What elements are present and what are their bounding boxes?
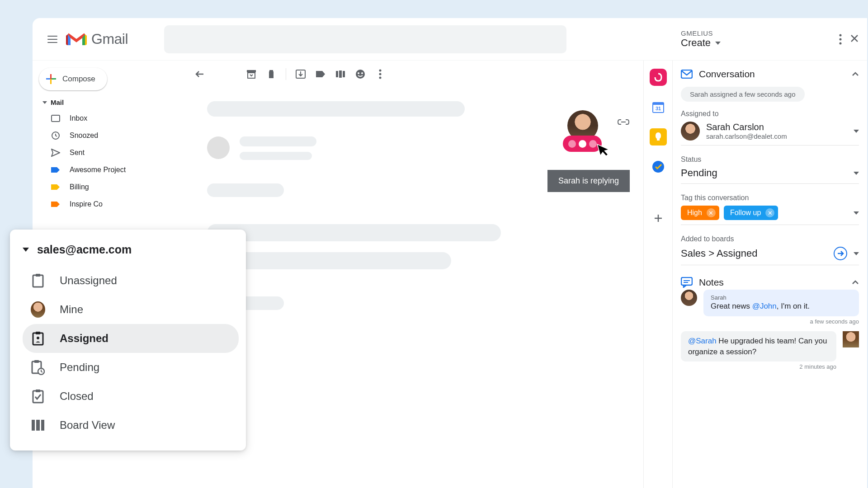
nav-inbox[interactable]: Inbox: [37, 110, 177, 127]
svg-rect-26: [36, 332, 40, 334]
svg-rect-5: [336, 71, 338, 77]
nav-snoozed[interactable]: Snoozed: [37, 127, 177, 144]
archive-button[interactable]: [242, 65, 260, 83]
svg-rect-6: [339, 70, 342, 78]
chevron-down-icon: [23, 248, 29, 252]
nav-sent[interactable]: Sent: [37, 144, 177, 161]
search-input[interactable]: [164, 25, 566, 53]
shared-inbox-assigned[interactable]: Assigned: [23, 324, 239, 353]
svg-point-10: [361, 72, 363, 74]
svg-rect-0: [52, 115, 60, 122]
compose-button[interactable]: Compose: [39, 68, 107, 90]
shared-inbox-unassigned[interactable]: Unassigned: [23, 266, 239, 295]
mark-unread-button[interactable]: [292, 65, 310, 83]
svg-rect-22: [681, 277, 692, 285]
compose-label: Compose: [62, 75, 95, 84]
svg-point-20: [840, 42, 842, 44]
svg-rect-29: [34, 360, 39, 363]
typing-tooltip: Sarah is replying: [547, 170, 630, 192]
remove-tag-icon[interactable]: ✕: [765, 208, 774, 217]
hamburger-menu[interactable]: [42, 28, 63, 50]
clock-icon: [51, 131, 61, 141]
tasks-app-icon[interactable]: [650, 158, 667, 175]
tag-followup[interactable]: Follow up✕: [724, 206, 778, 220]
gmelius-header: GMELIUS Create: [673, 18, 867, 61]
link-icon[interactable]: [616, 115, 631, 129]
svg-point-12: [379, 73, 382, 75]
note-avatar: [681, 290, 697, 306]
svg-rect-32: [36, 389, 40, 392]
more-options-button[interactable]: [839, 34, 842, 45]
labels-button[interactable]: [351, 65, 369, 83]
tags-field[interactable]: High✕ Follow up✕: [681, 206, 859, 225]
chat-icon: [681, 277, 693, 288]
label-icon: [51, 199, 61, 209]
nav-awesome-project[interactable]: Awesome Project: [37, 161, 177, 178]
chevron-down-icon: [715, 42, 721, 45]
right-rail: 31: [644, 61, 673, 488]
note-avatar: [843, 331, 859, 347]
main-content: Sarah is replying: [182, 61, 644, 488]
chevron-down-icon: [854, 172, 859, 175]
shared-inbox-mine[interactable]: Mine: [23, 295, 239, 324]
nav-inspire-co[interactable]: Inspire Co: [37, 196, 177, 213]
assignee-avatar: [681, 122, 700, 141]
svg-rect-33: [32, 420, 35, 431]
nav-billing[interactable]: Billing: [37, 178, 177, 196]
svg-rect-7: [343, 71, 345, 77]
svg-point-18: [840, 34, 842, 36]
send-icon: [51, 148, 61, 158]
shared-inbox-pending[interactable]: Pending: [23, 353, 239, 382]
tags-label: Tag this conversation: [681, 194, 859, 202]
keep-app-icon[interactable]: [650, 128, 667, 145]
remove-tag-icon[interactable]: ✕: [707, 208, 716, 217]
gmail-logo[interactable]: Gmail: [66, 31, 128, 47]
chevron-down-icon: [854, 211, 859, 215]
mention-sarah[interactable]: @Sarah: [688, 337, 717, 345]
close-panel-button[interactable]: [850, 34, 859, 45]
gmelius-panel: GMELIUS Create Conversation Sarah assign…: [673, 61, 867, 488]
gmelius-brand: GMELIUS: [681, 29, 839, 37]
svg-rect-35: [41, 420, 44, 431]
shared-inbox-board-view[interactable]: Board View: [23, 411, 239, 440]
note-item: Sarah Great news @John, I'm on it. a few…: [681, 290, 859, 325]
shared-inbox-closed[interactable]: Closed: [23, 382, 239, 411]
collapse-icon[interactable]: [852, 280, 859, 285]
assigned-to-label: Assigned to: [681, 110, 859, 118]
svg-rect-2: [247, 70, 256, 72]
status-dropdown[interactable]: Pending: [681, 167, 859, 184]
board-icon: [31, 418, 45, 432]
tag-high[interactable]: High✕: [681, 206, 719, 220]
assignee-dropdown[interactable]: Sarah Carslon sarah.carlson@dealet.com: [681, 122, 859, 145]
collapse-icon[interactable]: [852, 72, 859, 76]
gmelius-create-dropdown[interactable]: Create: [681, 37, 839, 49]
svg-rect-24: [36, 274, 40, 277]
delete-button[interactable]: [262, 65, 280, 83]
note-item: @Sarah He upgraded his team! Can you org…: [681, 331, 859, 371]
subject-placeholder: [207, 101, 465, 117]
gmail-icon: [66, 32, 87, 47]
shared-inbox-header[interactable]: sales@acme.com: [23, 243, 239, 256]
calendar-app-icon[interactable]: 31: [650, 99, 667, 116]
sender-avatar: [207, 136, 230, 159]
notes-section-header[interactable]: Notes: [681, 275, 859, 290]
gmelius-app-icon[interactable]: [650, 69, 667, 86]
move-button[interactable]: [331, 65, 349, 83]
back-button[interactable]: [191, 65, 209, 83]
go-to-board-icon[interactable]: [834, 247, 847, 260]
svg-point-9: [358, 72, 359, 74]
clipboard-icon: [31, 273, 45, 288]
app-name: Gmail: [91, 31, 128, 47]
snooze-button[interactable]: [311, 65, 330, 83]
mention-john[interactable]: @John: [752, 302, 777, 310]
boards-dropdown[interactable]: Sales > Assigned: [681, 247, 859, 265]
more-button[interactable]: [371, 65, 389, 83]
chevron-down-icon: [854, 252, 859, 255]
clipboard-person-icon: [31, 331, 45, 346]
nav-section-mail[interactable]: Mail: [37, 90, 177, 110]
conversation-section-header[interactable]: Conversation: [681, 67, 859, 81]
svg-text:31: 31: [655, 106, 660, 111]
add-app-button[interactable]: [650, 210, 667, 227]
svg-point-27: [37, 337, 39, 339]
email-toolbar: [182, 61, 643, 88]
